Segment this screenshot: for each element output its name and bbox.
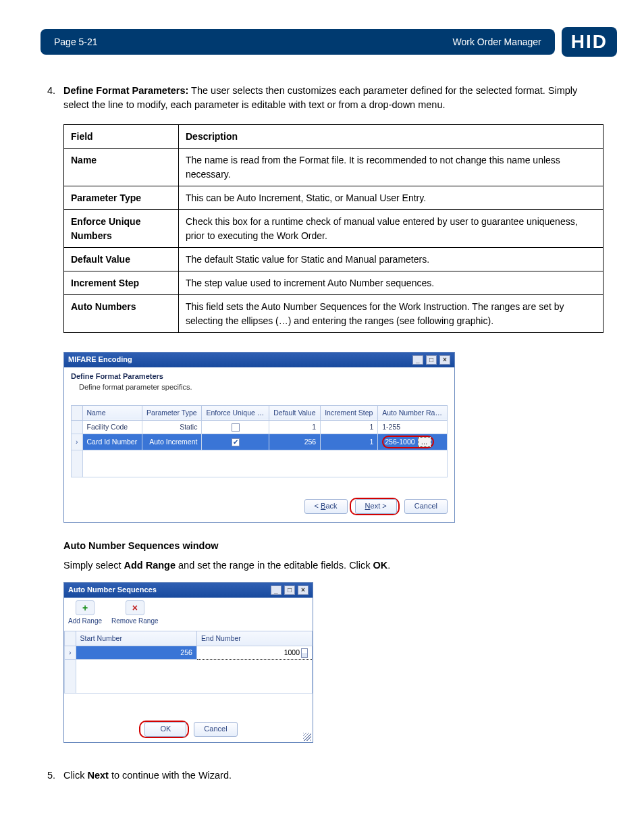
minimize-icon[interactable]: _ (412, 355, 423, 365)
add-range-button[interactable]: + Add Range (68, 600, 102, 627)
cell-range[interactable]: 256-1000 … (378, 434, 448, 450)
mifare-encoding-dialog: MIFARE Encoding _ □ × Define Format Para… (63, 352, 455, 523)
row-selector-header (65, 631, 76, 646)
range-grid[interactable]: Start Number End Number › 256 1000 (64, 631, 313, 694)
grid-row[interactable]: Facility Code Static 1 1 1-255 (72, 421, 448, 434)
field-name: Enforce Unique Numbers (64, 210, 179, 248)
field-desc: The name is read from the Format file. I… (179, 149, 603, 186)
field-name: Name (64, 149, 179, 186)
cell-step[interactable]: 1 (321, 421, 378, 434)
maximize-icon[interactable]: □ (426, 355, 437, 365)
field-description-table: Field Description Name The name is read … (63, 124, 603, 333)
cell-default[interactable]: 256 (269, 434, 321, 450)
ok-button[interactable]: OK (144, 722, 186, 737)
grid-col-range[interactable]: Auto Number Ra… (378, 405, 448, 420)
end-number-cell[interactable]: 1000 (196, 646, 312, 660)
cell-name[interactable]: Facility Code (82, 421, 142, 434)
start-number-cell[interactable]: 256 (76, 646, 196, 660)
dialog-section-heading: Define Format Parameters (71, 371, 448, 382)
grid-col-name[interactable]: Name (82, 405, 142, 420)
col-description: Description (179, 125, 603, 149)
close-icon[interactable]: × (439, 355, 450, 365)
grid-col-enforce[interactable]: Enforce Unique … (202, 405, 269, 420)
step-number: 4. (41, 84, 63, 759)
grid-empty-row (65, 660, 313, 694)
remove-icon: × (126, 600, 144, 615)
cell-enforce[interactable] (202, 421, 269, 434)
toolbar: + Add Range × Remove Range (64, 598, 313, 631)
cancel-button[interactable]: Cancel (194, 722, 237, 737)
dialog-section-sub: Define format parameter specifics. (79, 382, 448, 393)
field-name: Increment Step (64, 271, 179, 295)
grid-col-default[interactable]: Default Value (269, 405, 321, 420)
highlight-oval: Next > (350, 498, 400, 515)
grid-row-selected[interactable]: › 256 1000 (65, 646, 313, 660)
parameters-grid[interactable]: Name Parameter Type Enforce Unique … Def… (71, 405, 448, 478)
table-row: Enforce Unique Numbers Check this box fo… (64, 210, 603, 248)
cell-range[interactable]: 1-255 (378, 421, 448, 434)
grid-row-selected[interactable]: › Card Id Number Auto Increment 256 1 25… (72, 434, 448, 450)
field-desc: This can be Auto Increment, Static, or M… (179, 186, 603, 209)
remove-range-label: Remove Range (111, 617, 158, 625)
col-field: Field (64, 125, 179, 149)
cell-ptype[interactable]: Auto Increment (142, 434, 202, 450)
auto-number-sequences-dialog: Auto Number Sequences _ □ × + Add Range (63, 582, 313, 743)
step-4-lead: Define Format Parameters: (63, 85, 188, 96)
range-text: 256-1000 (385, 437, 414, 447)
cancel-button[interactable]: Cancel (404, 499, 448, 514)
table-row: Name The name is read from the Format fi… (64, 149, 603, 186)
add-range-label: Add Range (68, 617, 102, 625)
grid-empty-row (72, 450, 448, 477)
col-start-number[interactable]: Start Number (76, 631, 196, 646)
row-pointer: › (72, 434, 83, 450)
highlight-oval: OK (139, 721, 189, 738)
page-number: Page 5-21 (54, 36, 98, 47)
field-name: Default Value (64, 247, 179, 271)
minimize-icon[interactable]: _ (271, 585, 281, 595)
window-controls: _ □ × (270, 585, 308, 596)
field-name: Parameter Type (64, 186, 179, 209)
table-row: Auto Numbers This field sets the Auto Nu… (64, 295, 603, 333)
remove-range-button[interactable]: × Remove Range (111, 600, 158, 627)
back-button[interactable]: < Back (304, 499, 348, 514)
auto-number-heading: Auto Number Sequences window (63, 539, 603, 553)
auto-number-instruction: Simply select Add Range and set the rang… (63, 558, 603, 573)
maximize-icon[interactable]: □ (284, 585, 295, 595)
field-name: Auto Numbers (64, 295, 179, 333)
row-selector-header (72, 405, 83, 420)
row-pointer: › (65, 646, 76, 660)
next-button[interactable]: Next > (355, 499, 397, 514)
resize-grip-icon[interactable] (303, 733, 311, 741)
row-pointer (72, 421, 83, 434)
cell-name[interactable]: Card Id Number (82, 434, 142, 450)
spinner-icon[interactable] (301, 648, 308, 658)
step-4: 4. Define Format Parameters: The user se… (41, 84, 603, 759)
table-row: Increment Step The step value used to in… (64, 271, 603, 295)
cell-step[interactable]: 1 (321, 434, 378, 450)
window-controls: _ □ × (412, 355, 450, 365)
table-row: Default Value The default Static value f… (64, 247, 603, 271)
header-bar: Page 5-21 Work Order Manager (41, 29, 555, 55)
step-number: 5. (41, 768, 63, 783)
field-desc: The step value used to increment Auto Nu… (179, 271, 603, 295)
close-icon[interactable]: × (298, 585, 308, 595)
grid-col-step[interactable]: Increment Step (321, 405, 378, 420)
cell-ptype[interactable]: Static (142, 421, 202, 434)
field-desc: The default Static value for Static and … (179, 247, 603, 271)
field-desc: This field sets the Auto Number Sequence… (179, 295, 603, 333)
checkbox-checked-icon[interactable] (232, 438, 240, 446)
grid-col-ptype[interactable]: Parameter Type (142, 405, 202, 420)
step-5-bold: Next (87, 770, 108, 781)
checkbox-unchecked-icon[interactable] (232, 423, 240, 432)
cell-enforce[interactable] (202, 434, 269, 450)
cell-default[interactable]: 1 (269, 421, 321, 434)
dialog-title: Auto Number Sequences (68, 585, 157, 596)
highlight-oval: 256-1000 … (382, 436, 433, 448)
page-header: Page 5-21 Work Order Manager HID (0, 0, 644, 57)
step-5-post: to continue with the Wizard. (109, 770, 232, 781)
col-end-number[interactable]: End Number (196, 631, 312, 646)
step-5: 5. Click Next to continue with the Wizar… (41, 768, 603, 783)
dialog-title: MIFARE Encoding (68, 355, 132, 365)
ellipsis-button[interactable]: … (418, 437, 431, 447)
dialog-titlebar: Auto Number Sequences _ □ × (64, 583, 313, 598)
